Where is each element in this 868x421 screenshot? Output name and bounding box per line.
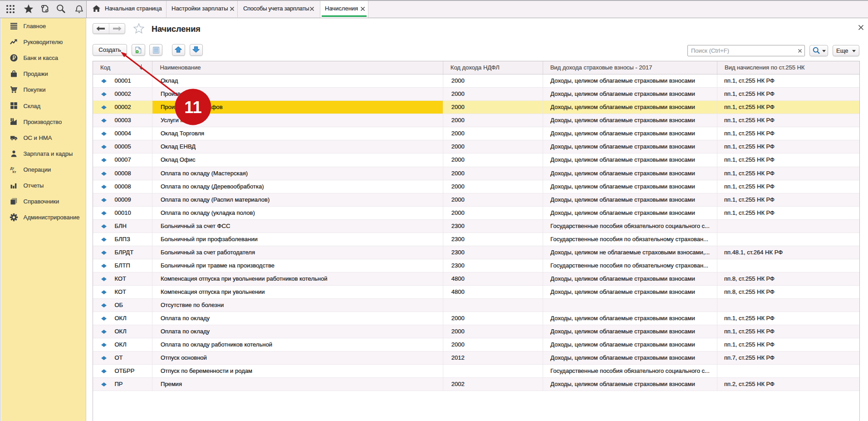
svg-text:11: 11 [184, 98, 202, 117]
